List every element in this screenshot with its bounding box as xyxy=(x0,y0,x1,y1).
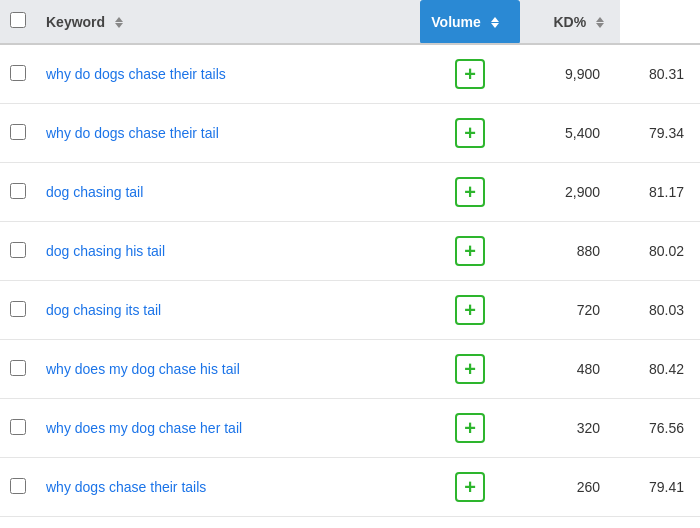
kd-value: 76.56 xyxy=(649,420,684,436)
header-checkbox-col xyxy=(0,0,36,44)
row-checkbox-cell xyxy=(0,399,36,458)
volume-cell: 720 xyxy=(520,281,620,340)
volume-value: 2,900 xyxy=(565,184,600,200)
keyword-cell: why dogs chase their tails xyxy=(36,458,420,517)
add-button-2[interactable]: + xyxy=(455,177,485,207)
keyword-col-label: Keyword xyxy=(46,14,105,30)
volume-cell: 2,900 xyxy=(520,163,620,222)
kd-value: 80.02 xyxy=(649,243,684,259)
volume-value: 720 xyxy=(577,302,600,318)
table-row: why do dogs chase their tails + 9,900 80… xyxy=(0,44,700,104)
volume-value: 260 xyxy=(577,479,600,495)
keyword-cell: dog chasing tail xyxy=(36,163,420,222)
row-checkbox-6[interactable] xyxy=(10,419,26,435)
add-button-3[interactable]: + xyxy=(455,236,485,266)
table-row: why do dogs chase their tail + 5,400 79.… xyxy=(0,104,700,163)
row-checkbox-cell xyxy=(0,163,36,222)
row-checkbox-5[interactable] xyxy=(10,360,26,376)
keyword-cell: why do dogs chase their tail xyxy=(36,104,420,163)
add-cell: + xyxy=(420,281,520,340)
header-keyword[interactable]: Keyword xyxy=(36,0,420,44)
volume-cell: 320 xyxy=(520,399,620,458)
keyword-link-4[interactable]: dog chasing its tail xyxy=(46,302,161,318)
add-cell: + xyxy=(420,104,520,163)
table-row: why dogs chase their tails + 260 79.41 xyxy=(0,458,700,517)
row-checkbox-4[interactable] xyxy=(10,301,26,317)
row-checkbox-1[interactable] xyxy=(10,124,26,140)
volume-value: 480 xyxy=(577,361,600,377)
add-button-6[interactable]: + xyxy=(455,413,485,443)
volume-value: 880 xyxy=(577,243,600,259)
row-checkbox-cell xyxy=(0,340,36,399)
kd-cell: 80.03 xyxy=(620,281,700,340)
keyword-link-6[interactable]: why does my dog chase her tail xyxy=(46,420,242,436)
kd-cell: 79.34 xyxy=(620,104,700,163)
kd-value: 80.31 xyxy=(649,66,684,82)
volume-cell: 5,400 xyxy=(520,104,620,163)
add-button-4[interactable]: + xyxy=(455,295,485,325)
volume-value: 5,400 xyxy=(565,125,600,141)
volume-cell: 260 xyxy=(520,458,620,517)
volume-cell: 880 xyxy=(520,222,620,281)
keyword-link-0[interactable]: why do dogs chase their tails xyxy=(46,66,226,82)
row-checkbox-cell xyxy=(0,281,36,340)
header-volume[interactable]: Volume xyxy=(420,0,520,44)
volume-value: 9,900 xyxy=(565,66,600,82)
add-button-7[interactable]: + xyxy=(455,472,485,502)
kd-cell: 80.31 xyxy=(620,44,700,104)
add-cell: + xyxy=(420,399,520,458)
add-cell: + xyxy=(420,222,520,281)
keyword-link-1[interactable]: why do dogs chase their tail xyxy=(46,125,219,141)
row-checkbox-7[interactable] xyxy=(10,478,26,494)
add-cell: + xyxy=(420,163,520,222)
table-row: dog chasing his tail + 880 80.02 xyxy=(0,222,700,281)
row-checkbox-cell xyxy=(0,44,36,104)
table-row: dog chasing its tail + 720 80.03 xyxy=(0,281,700,340)
add-button-5[interactable]: + xyxy=(455,354,485,384)
kd-value: 80.03 xyxy=(649,302,684,318)
kd-value: 79.34 xyxy=(649,125,684,141)
add-cell: + xyxy=(420,340,520,399)
keyword-cell: dog chasing its tail xyxy=(36,281,420,340)
keyword-table: Keyword Volume KD% xyxy=(0,0,700,517)
table-row: dog chasing tail + 2,900 81.17 xyxy=(0,163,700,222)
keyword-link-5[interactable]: why does my dog chase his tail xyxy=(46,361,240,377)
add-cell: + xyxy=(420,458,520,517)
add-button-0[interactable]: + xyxy=(455,59,485,89)
table-row: why does my dog chase his tail + 480 80.… xyxy=(0,340,700,399)
volume-cell: 480 xyxy=(520,340,620,399)
keyword-cell: why do dogs chase their tails xyxy=(36,44,420,104)
volume-cell: 9,900 xyxy=(520,44,620,104)
kd-col-label: KD% xyxy=(553,14,586,30)
kd-cell: 79.41 xyxy=(620,458,700,517)
keyword-sort-icon xyxy=(115,17,123,28)
volume-value: 320 xyxy=(577,420,600,436)
keyword-cell: dog chasing his tail xyxy=(36,222,420,281)
add-button-1[interactable]: + xyxy=(455,118,485,148)
keyword-link-7[interactable]: why dogs chase their tails xyxy=(46,479,206,495)
kd-value: 80.42 xyxy=(649,361,684,377)
keyword-cell: why does my dog chase her tail xyxy=(36,399,420,458)
keyword-link-2[interactable]: dog chasing tail xyxy=(46,184,143,200)
add-cell: + xyxy=(420,44,520,104)
kd-cell: 76.56 xyxy=(620,399,700,458)
select-all-checkbox[interactable] xyxy=(10,12,26,28)
kd-value: 79.41 xyxy=(649,479,684,495)
row-checkbox-cell xyxy=(0,222,36,281)
kd-cell: 81.17 xyxy=(620,163,700,222)
kd-cell: 80.42 xyxy=(620,340,700,399)
kd-cell: 80.02 xyxy=(620,222,700,281)
keyword-link-3[interactable]: dog chasing his tail xyxy=(46,243,165,259)
row-checkbox-2[interactable] xyxy=(10,183,26,199)
keyword-cell: why does my dog chase his tail xyxy=(36,340,420,399)
volume-sort-icon xyxy=(491,17,499,28)
row-checkbox-3[interactable] xyxy=(10,242,26,258)
kd-value: 81.17 xyxy=(649,184,684,200)
kd-sort-icon xyxy=(596,17,604,28)
row-checkbox-cell xyxy=(0,104,36,163)
row-checkbox-0[interactable] xyxy=(10,65,26,81)
row-checkbox-cell xyxy=(0,458,36,517)
table-row: why does my dog chase her tail + 320 76.… xyxy=(0,399,700,458)
volume-col-label: Volume xyxy=(431,14,481,30)
header-kd[interactable]: KD% xyxy=(520,0,620,44)
